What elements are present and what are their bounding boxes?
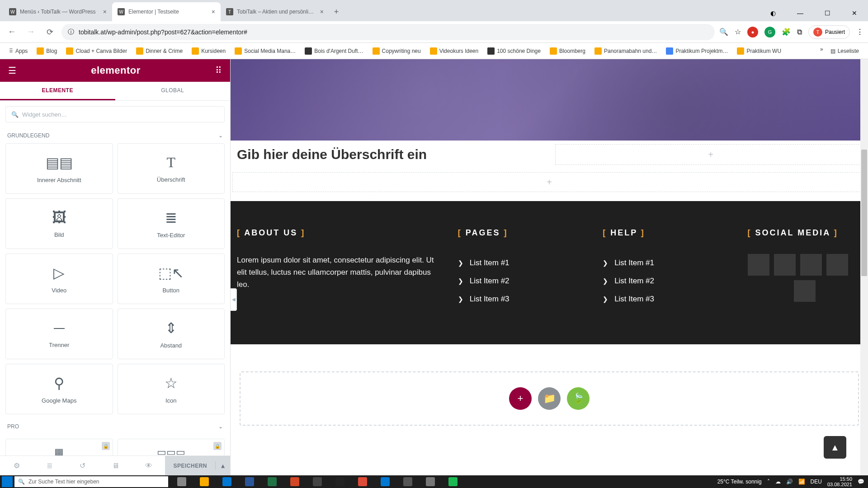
incognito-icon[interactable]: ◐ — [760, 5, 787, 21]
heading-widget[interactable]: Gib hier deine Überschrift ein — [231, 142, 553, 167]
url-input[interactable]: ⓘ tobitalk.at/wp-admin/post.php?post=627… — [61, 24, 715, 40]
social-icon[interactable] — [826, 254, 848, 276]
forward-button[interactable]: → — [24, 25, 38, 39]
add-section-dropzone[interactable]: + 📁 🍃 — [240, 371, 859, 426]
add-section-button[interactable]: + — [509, 387, 532, 410]
taskbar-app-mail[interactable] — [216, 475, 238, 488]
reading-list-button[interactable]: ▤Leseliste — [827, 46, 863, 56]
taskbar-app-powerpoint[interactable] — [284, 475, 306, 488]
footer-social[interactable]: [ SOCIAL MEDIA ] — [748, 228, 862, 308]
preview-button[interactable]: 👁 — [132, 456, 165, 475]
bookmark-item[interactable]: Bloomberg — [546, 46, 589, 56]
empty-column[interactable]: + — [555, 144, 866, 165]
bookmarks-overflow[interactable]: » — [820, 46, 823, 56]
browser-tab-2[interactable]: T TobiTalk – Aktien und persönlich… × — [221, 2, 329, 21]
social-icon[interactable] — [800, 254, 822, 276]
browser-tab-0[interactable]: W Menüs ‹ TobiTalk — WordPress × — [4, 2, 112, 21]
close-icon[interactable]: × — [320, 8, 324, 15]
bookmark-item[interactable]: Kursideen — [188, 46, 229, 56]
minimize-button[interactable]: — — [787, 5, 814, 21]
taskbar-search[interactable]: 🔍Zur Suche Text hier eingeben — [14, 476, 168, 487]
footer-about[interactable]: [ ABOUT US ] Lorem ipsum dolor sit amet,… — [237, 228, 440, 308]
close-icon[interactable]: × — [212, 8, 215, 15]
bookmark-item[interactable]: Cload + Canva Bilder — [62, 46, 131, 56]
bookmark-item[interactable]: Praktikum Projektm… — [662, 46, 731, 56]
scroll-to-top-button[interactable]: ▲ — [824, 436, 846, 459]
taskbar-app-edge[interactable] — [374, 475, 396, 488]
social-icon[interactable] — [748, 254, 769, 276]
save-options-icon[interactable]: ▴ — [215, 461, 230, 470]
back-button[interactable]: ← — [5, 25, 19, 39]
widgets-grid-icon[interactable]: ⠿ — [215, 65, 222, 76]
apps-button[interactable]: ⠿Apps — [5, 46, 31, 56]
zoom-icon[interactable]: 🔍 — [719, 28, 728, 36]
taskbar-app[interactable] — [420, 475, 441, 488]
tab-elements[interactable]: ELEMENTE — [0, 82, 115, 100]
widget-image[interactable]: 🖼Bild — [5, 198, 113, 249]
extensions-icon[interactable]: 🧩 — [782, 28, 791, 36]
extension-icon[interactable]: ● — [747, 27, 758, 38]
menu-icon[interactable]: ⋮ — [856, 28, 863, 36]
widget-pro-locked[interactable]: 🔒▦ — [5, 439, 113, 455]
history-button[interactable]: ↺ — [66, 456, 99, 475]
widget-video[interactable]: ▷Video — [5, 253, 113, 304]
start-button[interactable] — [2, 476, 13, 487]
footer-help[interactable]: [ HELP ] ❯List Item #1 ❯List Item #2 ❯Li… — [603, 228, 729, 308]
close-icon[interactable]: × — [103, 8, 107, 15]
browser-tab-1[interactable]: W Elementor | Testseite × — [112, 2, 221, 21]
clock[interactable]: 15:5003.08.2021 — [827, 476, 852, 487]
taskbar-app-spotify[interactable] — [442, 475, 464, 488]
hero-section[interactable] — [231, 59, 868, 141]
taskbar-app[interactable] — [397, 475, 419, 488]
footer-pages[interactable]: [ PAGES ] ❯List Item #1 ❯List Item #2 ❯L… — [458, 228, 585, 308]
sidebar-collapse-handle[interactable]: ◀ — [231, 288, 237, 311]
section-pro[interactable]: PRO ⌄ — [5, 419, 225, 434]
list-item[interactable]: ❯List Item #1 — [603, 254, 729, 272]
bookmark-item[interactable]: Dinner & Crime — [132, 46, 186, 56]
search-input[interactable]: 🔍 Widget suchen… — [5, 106, 225, 122]
weather-widget[interactable]: 25°C Teilw. sonnig — [717, 479, 762, 485]
notifications-icon[interactable]: 💬 — [858, 479, 864, 485]
social-icon[interactable] — [794, 280, 816, 302]
tab-global[interactable]: GLOBAL — [115, 82, 231, 100]
wifi-icon[interactable]: 📶 — [798, 479, 805, 485]
reading-list-icon[interactable]: ⧉ — [797, 28, 802, 36]
scrollbar[interactable] — [860, 59, 868, 475]
onedrive-icon[interactable]: ☁ — [775, 479, 781, 485]
site-info-icon[interactable]: ⓘ — [68, 28, 74, 36]
widget-inner-section[interactable]: ▤▤Innerer Abschnitt — [5, 143, 113, 194]
taskbar-app-word[interactable] — [239, 475, 260, 488]
settings-button[interactable]: ⚙ — [0, 456, 33, 475]
bookmark-item[interactable]: Videokurs Ideen — [426, 46, 482, 56]
language-indicator[interactable]: DEU — [811, 479, 822, 485]
social-icon[interactable] — [774, 254, 796, 276]
bookmark-item[interactable]: Praktikum WU — [733, 46, 785, 56]
reload-button[interactable]: ⟳ — [42, 25, 57, 39]
widget-button[interactable]: ⬚↖Button — [118, 253, 225, 304]
taskbar-app-explorer[interactable] — [193, 475, 215, 488]
bookmark-item[interactable]: 100 schöne Dinge — [484, 46, 544, 56]
list-item[interactable]: ❯List Item #1 — [458, 254, 585, 272]
widget-text-editor[interactable]: ≣Text-Editor — [118, 198, 225, 249]
close-window-button[interactable]: ✕ — [841, 5, 868, 21]
bookmark-star-icon[interactable]: ☆ — [735, 28, 741, 36]
taskbar-app-chrome[interactable] — [352, 475, 373, 488]
add-envato-button[interactable]: 🍃 — [567, 387, 590, 410]
menu-icon[interactable]: ☰ — [8, 65, 16, 76]
widget-pro-locked[interactable]: 🔒▭▭▭ — [118, 439, 225, 455]
bookmark-item[interactable]: Copywriting neu — [369, 46, 425, 56]
save-button[interactable]: SPEICHERN ▴ — [165, 456, 230, 475]
tray-chevron-icon[interactable]: ˄ — [767, 479, 770, 485]
bookmark-item[interactable]: Panoramabahn und… — [591, 46, 660, 56]
bookmark-item[interactable]: Blog — [33, 46, 61, 56]
list-item[interactable]: ❯List Item #2 — [458, 272, 585, 290]
empty-column[interactable]: + — [232, 172, 866, 192]
navigator-button[interactable]: ≣ — [33, 456, 66, 475]
widget-divider[interactable]: ⸺Trenner — [5, 309, 113, 359]
widget-google-maps[interactable]: ⚲Google Maps — [5, 364, 113, 414]
bookmark-item[interactable]: Bois d'Argent Duft… — [301, 46, 367, 56]
taskbar-app-obs[interactable] — [329, 475, 351, 488]
widget-icon[interactable]: ☆Icon — [118, 364, 225, 414]
profile-paused-pill[interactable]: T Pausiert — [808, 25, 850, 39]
list-item[interactable]: ❯List Item #3 — [603, 290, 729, 308]
